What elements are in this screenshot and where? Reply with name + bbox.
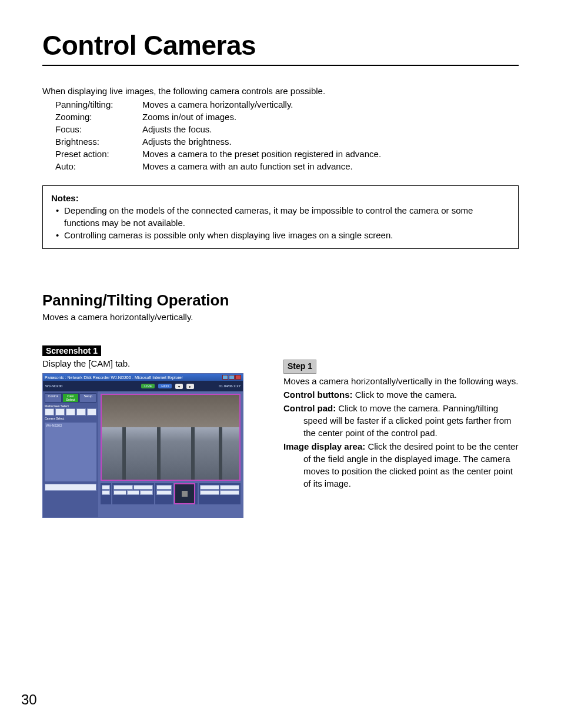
control-label: Focus: <box>55 123 142 135</box>
bullet-icon: • <box>56 204 64 229</box>
tab-setup[interactable]: Setup <box>79 393 96 403</box>
control-pad[interactable] <box>174 483 195 504</box>
camera-list[interactable]: WV-NS202 <box>45 423 96 481</box>
control-desc: Moves a camera to the preset position re… <box>142 148 519 160</box>
image-display-area[interactable] <box>101 394 241 481</box>
control-label: Preset action: <box>55 148 142 160</box>
device-label: WJ-ND200 <box>45 384 62 388</box>
brightness-plus-button[interactable] <box>220 485 239 490</box>
section-subtitle: Moves a camera horizontally/vertically. <box>42 312 519 322</box>
section-title: Panning/Tilting Operation <box>42 291 519 310</box>
zoom-in-button[interactable] <box>133 485 153 490</box>
screenshot-badge: Screenshot 1 <box>42 345 101 356</box>
camera-select-label: Camera Select <box>45 417 96 420</box>
note-text: Depending on the models of the connected… <box>64 204 510 229</box>
control-desc: Adjusts the brightness. <box>142 135 519 148</box>
control-definitions: Panning/tilting:Moves a camera horizonta… <box>42 98 519 172</box>
control-desc: Moves a camera horizontally/vertically. <box>142 98 519 111</box>
elzoom-x4[interactable] <box>87 408 96 415</box>
multiscreen-button[interactable] <box>45 408 54 415</box>
control-label: Auto: <box>55 160 142 172</box>
elzoom-x2[interactable] <box>76 408 86 415</box>
multiscreen-label: Multiscreen Select <box>45 404 96 408</box>
step-badge: Step 1 <box>283 360 316 374</box>
maximize-icon[interactable] <box>229 375 235 380</box>
cam-toggle[interactable] <box>102 490 110 495</box>
login-button[interactable] <box>45 484 96 491</box>
notes-box: Notes: •Depending on the models of the c… <box>42 185 519 249</box>
minimize-icon[interactable] <box>222 375 228 380</box>
screenshot-image: Panasonic : Network Disk Recorder WJ-ND2… <box>42 373 243 518</box>
brightness-minus-button[interactable] <box>200 485 219 490</box>
close-icon[interactable] <box>235 375 241 380</box>
control-desc: Zooms in/out of images. <box>142 111 519 123</box>
preset-go-button[interactable] <box>220 490 239 495</box>
definition-item: Image display area: Click the desired po… <box>283 440 519 490</box>
note-text: Controlling cameras is possible only whe… <box>64 229 393 241</box>
control-label: Panning/tilting: <box>55 98 142 111</box>
cam-toggle[interactable] <box>102 485 110 490</box>
control-label: Brightness: <box>55 135 142 148</box>
focus-near-button[interactable] <box>127 490 140 495</box>
control-desc: Moves a camera with an auto function set… <box>142 160 519 172</box>
window-title: Panasonic : Network Disk Recorder WJ-ND2… <box>45 375 183 380</box>
page-title: Control Cameras <box>42 29 519 66</box>
screenshot-caption: Display the [CAM] tab. <box>42 358 260 368</box>
focus-auto-button[interactable] <box>113 490 126 495</box>
auto-button[interactable] <box>156 485 172 490</box>
preset-home-button[interactable] <box>200 490 219 495</box>
tab-control[interactable]: Control <box>45 393 62 403</box>
page-number: 30 <box>21 692 37 708</box>
search-button[interactable]: ▸ <box>186 384 194 389</box>
control-label: Zooming: <box>55 111 142 123</box>
focus-far-button[interactable] <box>140 490 153 495</box>
sequence-button[interactable] <box>55 408 65 415</box>
definition-item: Control pad: Click to move the camera. P… <box>283 402 519 439</box>
zoom-out-button[interactable] <box>113 485 133 490</box>
intro-text: When displaying live images, the followi… <box>42 85 519 97</box>
live-pill[interactable]: LIVE <box>141 384 155 388</box>
elzoom-x1[interactable] <box>66 408 75 415</box>
dropdown[interactable]: ▾ <box>175 384 183 389</box>
control-desc: Adjusts the focus. <box>142 123 519 135</box>
bullet-icon: • <box>56 229 64 241</box>
step-intro: Moves a camera horizontally/vertically i… <box>283 375 519 387</box>
definition-item: Control buttons: Click to move the camer… <box>283 388 519 401</box>
tab-cam-select[interactable]: Cam Select <box>62 393 79 403</box>
stop-button[interactable] <box>156 490 172 495</box>
notes-title: Notes: <box>51 192 510 204</box>
hdd-pill[interactable]: HDD <box>158 384 172 388</box>
clock: 01.04/06 3:27 <box>219 384 241 388</box>
